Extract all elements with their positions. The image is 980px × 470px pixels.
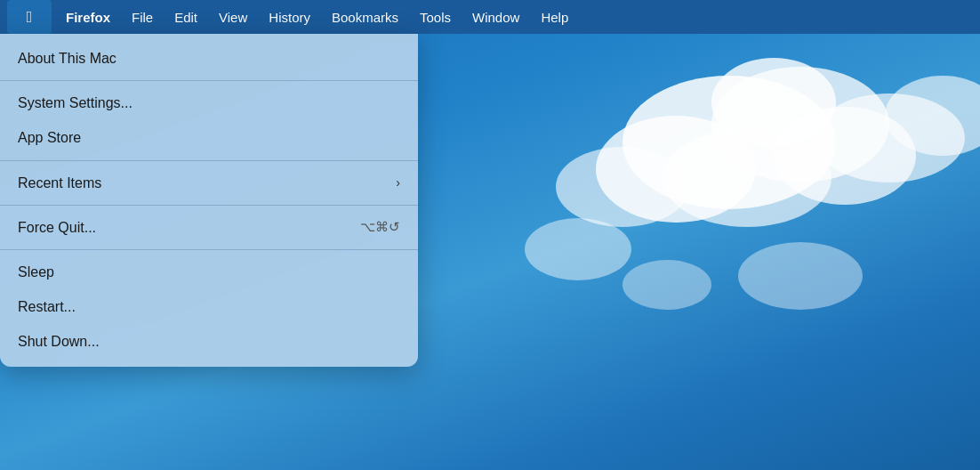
menubar-item-view[interactable]: View <box>208 0 258 34</box>
svg-point-5 <box>663 129 831 227</box>
menu-separator-2 <box>0 160 418 161</box>
menu-item-recent-items[interactable]: Recent Items › <box>0 166 418 200</box>
menu-item-about-label: About This Mac <box>18 50 116 67</box>
menu-item-sleep-label: Sleep <box>18 263 54 280</box>
apple-menu-button[interactable]:  <box>7 0 52 34</box>
menubar-item-edit[interactable]: Edit <box>164 0 208 34</box>
menu-item-system-settings[interactable]: System Settings... <box>0 85 418 120</box>
menu-item-restart-label: Restart... <box>18 298 76 315</box>
menu-item-shut-down-label: Shut Down... <box>18 333 100 350</box>
menu-item-app-store[interactable]: App Store <box>0 120 418 155</box>
apple-logo-icon:  <box>27 9 33 25</box>
menubar-item-history[interactable]: History <box>258 0 321 34</box>
menu-separator-4 <box>0 249 418 250</box>
menu-item-sleep[interactable]: Sleep <box>0 255 418 289</box>
menu-item-force-quit[interactable]: Force Quit... ⌥⌘↺ <box>0 210 418 245</box>
menu-item-app-store-label: App Store <box>18 129 81 146</box>
menu-item-about[interactable]: About This Mac <box>0 41 418 76</box>
chevron-right-icon: › <box>396 175 400 190</box>
svg-point-11 <box>623 260 711 310</box>
menubar:  Firefox File Edit View History Bookmar… <box>0 0 980 34</box>
menubar-item-firefox[interactable]: Firefox <box>55 0 121 34</box>
svg-point-10 <box>738 242 863 310</box>
menubar-item-help[interactable]: Help <box>530 0 579 34</box>
menu-item-force-quit-label: Force Quit... <box>18 219 96 236</box>
svg-point-6 <box>556 147 689 227</box>
menubar-item-tools[interactable]: Tools <box>409 0 462 34</box>
menu-separator-3 <box>0 205 418 206</box>
menu-item-restart[interactable]: Restart... <box>0 289 418 324</box>
svg-point-9 <box>525 218 631 280</box>
menubar-item-file[interactable]: File <box>121 0 164 34</box>
menu-item-system-settings-label: System Settings... <box>18 94 133 111</box>
menu-item-recent-items-label: Recent Items <box>18 174 101 191</box>
force-quit-shortcut: ⌥⌘↺ <box>360 219 400 235</box>
menu-item-shut-down[interactable]: Shut Down... <box>0 324 418 359</box>
apple-dropdown-menu: About This Mac System Settings... App St… <box>0 34 418 367</box>
menubar-item-window[interactable]: Window <box>462 0 530 34</box>
menu-separator-1 <box>0 80 418 81</box>
menubar-item-bookmarks[interactable]: Bookmarks <box>321 0 409 34</box>
